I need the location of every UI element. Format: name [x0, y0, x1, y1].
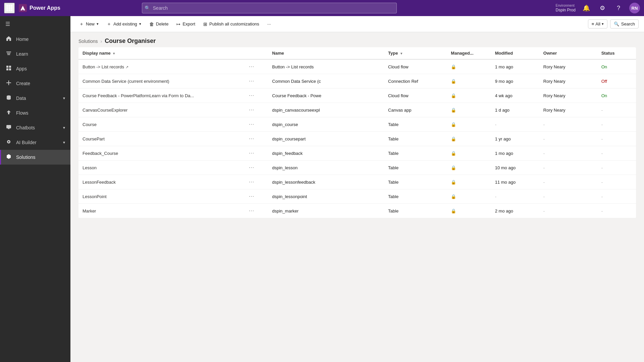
- cell-modified: 4 wk ago: [491, 88, 539, 103]
- row-more-button[interactable]: ···: [247, 149, 256, 157]
- sidebar-item-solutions[interactable]: Solutions: [0, 150, 70, 165]
- table-row: Course Feedback - PowerPlatformLearn via…: [78, 88, 636, 103]
- delete-button[interactable]: 🗑 Delete: [146, 19, 172, 29]
- cell-type: Table: [384, 189, 447, 204]
- sidebar-item-data[interactable]: Data ▾: [0, 91, 70, 106]
- export-button[interactable]: ↦ Export: [173, 19, 199, 29]
- cell-owner: Rory Neary: [539, 88, 597, 103]
- table-row: LessonFeedback···dspin_lessonfeedbackTab…: [78, 175, 636, 189]
- table-header-row: Display name ▾ Name Type ▾ Managed...: [78, 47, 636, 59]
- breadcrumb-solutions-link[interactable]: Solutions: [78, 39, 98, 44]
- svg-rect-4: [9, 7, 10, 9]
- add-existing-button[interactable]: ＋ Add existing ▾: [103, 19, 145, 29]
- cell-status: -: [597, 175, 636, 189]
- filter-all-button[interactable]: ≡ All ▾: [588, 19, 607, 28]
- table-area: Display name ▾ Name Type ▾ Managed...: [70, 47, 644, 362]
- row-more-button[interactable]: ···: [247, 178, 256, 186]
- topbar-search-icon: 🔍: [145, 5, 150, 11]
- cell-name: dspin_lessonfeedback: [268, 175, 384, 189]
- cell-display-name: LessonFeedback: [78, 175, 243, 189]
- cell-more-menu: ···: [243, 74, 268, 88]
- apps-icon: [5, 65, 12, 72]
- cell-more-menu: ···: [243, 189, 268, 204]
- chatbots-chevron-icon: ▾: [63, 125, 65, 130]
- col-header-status[interactable]: Status: [597, 47, 636, 59]
- sidebar-item-chatbots[interactable]: Chatbots ▾: [0, 120, 70, 135]
- sidebar-item-home[interactable]: Home: [0, 32, 70, 47]
- sidebar-item-ai-builder[interactable]: AI Builder ▾: [0, 135, 70, 150]
- avatar[interactable]: RN: [629, 3, 640, 13]
- status-dash: -: [601, 208, 603, 214]
- settings-button[interactable]: ⚙: [597, 3, 608, 13]
- home-icon: [5, 36, 12, 43]
- ai-builder-icon: [5, 139, 12, 146]
- col-header-display-name[interactable]: Display name ▾: [78, 47, 243, 59]
- lock-icon: 🔒: [451, 165, 456, 170]
- external-link-icon[interactable]: ↗: [125, 65, 128, 69]
- row-more-button[interactable]: ···: [247, 193, 256, 200]
- lock-icon: 🔒: [451, 208, 456, 214]
- waffle-menu-button[interactable]: [4, 3, 15, 13]
- publish-button[interactable]: ⊞ Publish all customizations: [200, 19, 263, 29]
- row-more-button[interactable]: ···: [247, 164, 256, 171]
- col-header-modified[interactable]: Modified: [491, 47, 539, 59]
- status-dash: -: [601, 165, 603, 170]
- row-more-button[interactable]: ···: [247, 63, 256, 70]
- status-dash: -: [601, 194, 603, 199]
- new-button[interactable]: ＋ New ▾: [76, 19, 102, 29]
- cell-status: -: [597, 103, 636, 117]
- cell-more-menu: ···: [243, 117, 268, 132]
- filter-icon: ≡: [592, 21, 594, 26]
- cell-status: Off: [597, 74, 636, 88]
- row-more-button[interactable]: ···: [247, 106, 256, 114]
- cell-type: Cloud flow: [384, 88, 447, 103]
- cell-display-name: Lesson: [78, 161, 243, 175]
- row-more-button[interactable]: ···: [247, 121, 256, 128]
- col-header-type[interactable]: Type ▾: [384, 47, 447, 59]
- cell-managed: 🔒: [447, 189, 491, 204]
- sidebar-toggle[interactable]: ☰: [0, 16, 70, 32]
- more-button[interactable]: ···: [264, 19, 274, 28]
- svg-rect-6: [6, 9, 8, 11]
- learn-icon: [5, 51, 12, 57]
- row-more-button[interactable]: ···: [247, 207, 256, 215]
- col-header-managed[interactable]: Managed...: [447, 47, 491, 59]
- cell-name: dspin_canvascourseexpl: [268, 103, 384, 117]
- sidebar-item-learn[interactable]: Learn: [0, 47, 70, 61]
- toolbar-search-icon: 🔍: [614, 21, 619, 26]
- cell-name: Button -> List records: [268, 59, 384, 74]
- row-more-button[interactable]: ···: [247, 77, 256, 85]
- global-search-input[interactable]: [142, 3, 397, 13]
- lock-icon: 🔒: [451, 79, 456, 84]
- breadcrumb-current: Course Organiser: [105, 38, 156, 45]
- toolbar-search-button[interactable]: 🔍 Search: [610, 19, 639, 28]
- col-header-name[interactable]: Name: [268, 47, 384, 59]
- cell-owner: -: [539, 132, 597, 146]
- table-row: CanvasCourseExplorer···dspin_canvascours…: [78, 103, 636, 117]
- cell-managed: 🔒: [447, 132, 491, 146]
- status-on: On: [601, 93, 607, 98]
- col-header-owner[interactable]: Owner: [539, 47, 597, 59]
- topbar-right: Environment Dspin Prod 🔔 ⚙ ? RN: [556, 3, 640, 13]
- cell-display-name: CoursePart: [78, 132, 243, 146]
- help-button[interactable]: ?: [613, 3, 624, 13]
- sidebar-item-apps[interactable]: Apps: [0, 61, 70, 76]
- cell-managed: 🔒: [447, 161, 491, 175]
- sidebar-item-flows[interactable]: Flows: [0, 106, 70, 120]
- row-more-button[interactable]: ···: [247, 92, 256, 99]
- notifications-button[interactable]: 🔔: [581, 3, 592, 13]
- sidebar-item-create[interactable]: Create: [0, 76, 70, 91]
- row-more-button[interactable]: ···: [247, 135, 256, 142]
- status-dash: -: [601, 151, 603, 156]
- filter-chevron-icon: ▾: [602, 22, 604, 26]
- cell-display-name: LessonPoint: [78, 189, 243, 204]
- status-dash: -: [601, 108, 603, 113]
- cell-more-menu: ···: [243, 204, 268, 218]
- cell-managed: 🔒: [447, 88, 491, 103]
- svg-rect-8: [11, 9, 12, 11]
- status-dash: -: [601, 180, 603, 185]
- cell-modified: 9 mo ago: [491, 74, 539, 88]
- cell-status: -: [597, 161, 636, 175]
- cell-type: Table: [384, 175, 447, 189]
- cell-modified: 1 d ago: [491, 103, 539, 117]
